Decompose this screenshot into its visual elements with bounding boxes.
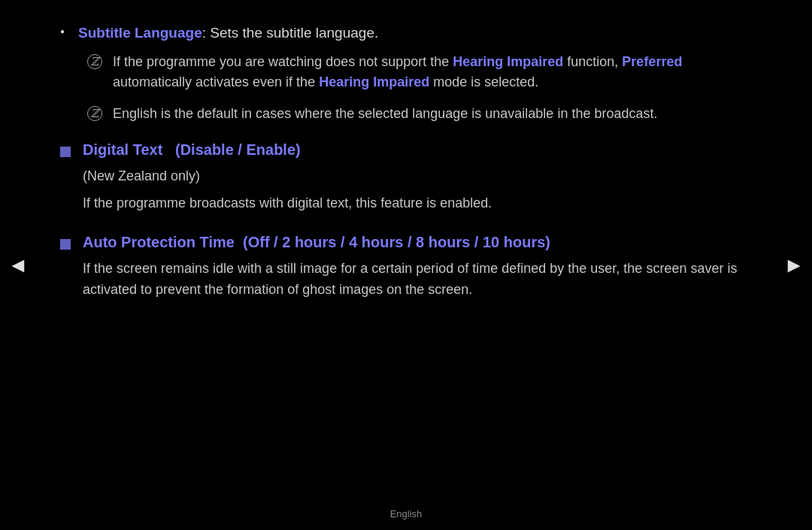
auto-protection-opt3: 8 hours (416, 234, 470, 250)
digital-text-space (167, 141, 171, 158)
note1-text: If the programme you are watching does n… (113, 52, 752, 94)
subtitle-language-section: ● Subtitle Language: Sets the subtitle l… (60, 23, 752, 125)
digital-text-body: (New Zealand only) If the programme broa… (83, 166, 752, 214)
auto-protection-square-bullet (60, 239, 71, 250)
auto-protection-options-after: ) (545, 234, 550, 250)
note2-icon: ℤ (87, 106, 102, 121)
auto-protection-sep3: / (470, 234, 483, 250)
auto-protection-title: Auto Protection Time (Off / 2 hours / 4 … (83, 234, 550, 251)
auto-protection-opt2: 4 hours (349, 234, 403, 250)
digital-text-title: Digital Text (Disable / Enable) (83, 141, 301, 159)
note1-text-middle: function, (563, 54, 622, 69)
auto-protection-opt4: 10 hours (483, 234, 545, 250)
page-container: ● Subtitle Language: Sets the subtitle l… (0, 0, 812, 530)
bullet-dot: ● (60, 27, 65, 35)
auto-protection-body: If the screen remains idle with a still … (83, 259, 752, 301)
footer-language: English (390, 508, 423, 519)
subtitle-language-bullet: ● Subtitle Language: Sets the subtitle l… (60, 23, 752, 44)
digital-text-options: (Disable / Enable) (175, 141, 301, 158)
auto-protection-body-text: If the screen remains idle with a still … (83, 261, 737, 297)
auto-protection-sep1: / (336, 234, 349, 250)
note1-highlight2: Preferred (622, 54, 682, 69)
note1-highlight3: Hearing Impaired (319, 74, 429, 89)
note1-text-middle2: automatically activates even if the (113, 74, 319, 89)
note2-block: ℤ English is the default in cases where … (87, 104, 752, 125)
digital-text-label: Digital Text (83, 141, 162, 158)
auto-protection-options-before-text: (Off / (243, 234, 282, 250)
auto-protection-header: Auto Protection Time (Off / 2 hours / 4 … (60, 234, 752, 251)
digital-text-subtitle2: If the programme broadcasts with digital… (83, 193, 752, 214)
auto-protection-label: Auto Protection Time (83, 234, 235, 250)
subtitle-language-text: Subtitle Language: Sets the subtitle lan… (78, 23, 378, 44)
note1-text-after: mode is selected. (429, 74, 538, 89)
note1-icon: ℤ (87, 54, 102, 69)
digital-text-header: Digital Text (Disable / Enable) (60, 141, 752, 159)
digital-text-square-bullet (60, 147, 71, 157)
note2-text: English is the default in cases where th… (113, 104, 657, 125)
subtitle-language-after: : Sets the subtitle language. (202, 25, 379, 41)
note1-highlight1: Hearing Impaired (453, 54, 563, 69)
note1-block: ℤ If the programme you are watching does… (87, 52, 752, 94)
auto-protection-sep2: / (403, 234, 416, 250)
auto-protection-opt1: 2 hours (282, 234, 336, 250)
digital-text-section: Digital Text (Disable / Enable) (New Zea… (60, 141, 752, 214)
auto-protection-section: Auto Protection Time (Off / 2 hours / 4 … (60, 234, 752, 301)
subtitle-language-label: Subtitle Language (78, 25, 202, 41)
note1-text-before: If the programme you are watching does n… (113, 54, 453, 69)
digital-text-subtitle1: (New Zealand only) (83, 166, 752, 187)
